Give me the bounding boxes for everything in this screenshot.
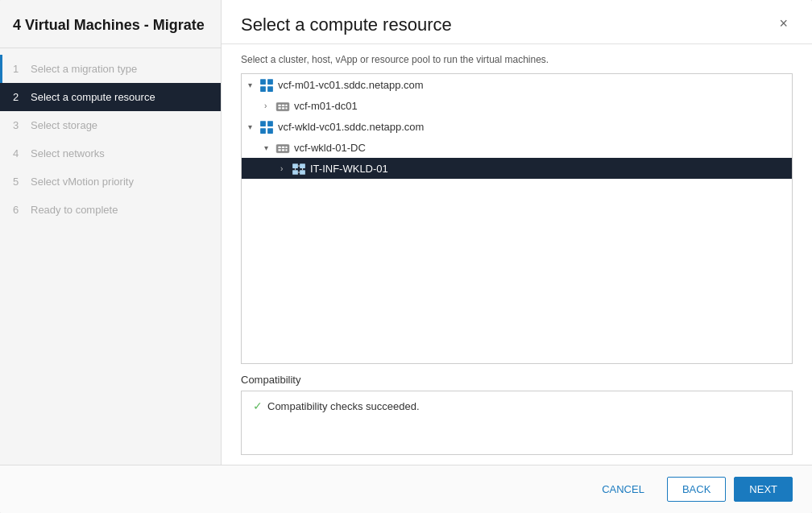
check-icon: ✓: [253, 399, 263, 412]
sidebar-header: 4 Virtual Machines - Migrate: [0, 0, 221, 48]
svg-rect-17: [282, 147, 284, 148]
svg-rect-6: [282, 105, 284, 106]
svg-rect-12: [267, 121, 273, 126]
svg-rect-15: [276, 145, 289, 153]
svg-rect-11: [260, 121, 266, 126]
main-header: Select a compute resource ×: [222, 0, 812, 44]
tree-label-vcenter2: vcf-wkld-vc01.sddc.netapp.com: [278, 121, 424, 133]
step-num-5: 5: [13, 176, 24, 188]
tree-chevron-dc1: ›: [264, 101, 276, 110]
compatibility-status: ✓ Compatibility checks succeeded.: [253, 399, 420, 412]
svg-rect-14: [267, 128, 273, 134]
tree-chevron-dc2: ▾: [264, 143, 276, 152]
tree-node-dc2[interactable]: ▾ vcf-wkld-01-DC: [242, 137, 792, 158]
tree-icon-dc1: [276, 99, 290, 112]
svg-rect-20: [282, 149, 284, 151]
tree-container[interactable]: ▾ vcf-m01-vc01.sddc.netapp.com› vcf-m01-…: [241, 73, 793, 364]
tree-icon-cluster1: [292, 162, 306, 175]
svg-rect-3: [267, 86, 273, 92]
tree-label-dc2: vcf-wkld-01-DC: [294, 142, 366, 154]
svg-rect-4: [276, 103, 289, 111]
sidebar: 4 Virtual Machines - Migrate 1Select a m…: [0, 0, 222, 465]
sidebar-step-1[interactable]: 1Select a migration type: [0, 55, 221, 83]
step-num-2: 2: [13, 91, 24, 103]
svg-rect-1: [267, 79, 273, 85]
dialog-body: 4 Virtual Machines - Migrate 1Select a m…: [0, 0, 812, 465]
svg-rect-7: [285, 105, 287, 106]
svg-rect-19: [278, 149, 280, 151]
svg-rect-25: [300, 170, 305, 175]
svg-rect-8: [278, 107, 280, 109]
step-label-3: Select storage: [31, 119, 97, 131]
compatibility-label: Compatibility: [241, 374, 793, 386]
sidebar-step-4: 4Select networks: [0, 139, 221, 168]
svg-rect-21: [285, 149, 287, 151]
next-button[interactable]: NEXT: [734, 477, 793, 502]
sidebar-title: 4 Virtual Machines - Migrate: [13, 16, 208, 35]
sidebar-step-5: 5Select vMotion priority: [0, 168, 221, 196]
compatibility-message: Compatibility checks succeeded.: [267, 400, 420, 412]
tree-chevron-vcenter1: ▾: [248, 81, 259, 89]
svg-rect-22: [292, 163, 298, 168]
step-label-4: Select networks: [31, 147, 105, 159]
main-content: Select a compute resource × Select a clu…: [222, 0, 812, 465]
svg-rect-9: [282, 107, 284, 109]
main-title: Select a compute resource: [241, 14, 452, 35]
sidebar-step-6: 6Ready to complete: [0, 196, 221, 224]
cancel-button[interactable]: CANCEL: [587, 477, 659, 502]
tree-label-vcenter1: vcf-m01-vc01.sddc.netapp.com: [278, 79, 424, 91]
compatibility-box: ✓ Compatibility checks succeeded.: [241, 391, 793, 455]
svg-rect-2: [260, 86, 266, 92]
subtitle: Select a cluster, host, vApp or resource…: [241, 54, 793, 65]
tree-node-dc1[interactable]: › vcf-m01-dc01: [242, 95, 792, 116]
svg-rect-16: [278, 147, 280, 148]
close-button[interactable]: ×: [774, 14, 793, 32]
svg-rect-24: [292, 170, 298, 175]
dialog-footer: CANCEL BACK NEXT: [0, 465, 812, 513]
sidebar-step-2[interactable]: 2Select a compute resource: [0, 83, 221, 111]
step-num-3: 3: [13, 119, 24, 131]
tree-chevron-cluster1: ›: [280, 164, 292, 173]
main-body: Select a cluster, host, vApp or resource…: [222, 44, 812, 465]
svg-rect-13: [260, 128, 266, 134]
step-num-4: 4: [13, 147, 24, 159]
tree-node-vcenter2[interactable]: ▾ vcf-wkld-vc01.sddc.netapp.com: [242, 116, 792, 137]
step-num-6: 6: [13, 204, 24, 216]
svg-rect-5: [278, 105, 280, 106]
svg-rect-18: [285, 147, 287, 148]
step-label-6: Ready to complete: [31, 204, 118, 216]
svg-rect-23: [300, 163, 305, 168]
sidebar-steps: 1Select a migration type2Select a comput…: [0, 48, 221, 230]
back-button[interactable]: BACK: [667, 477, 726, 502]
migrate-dialog: 4 Virtual Machines - Migrate 1Select a m…: [0, 0, 812, 513]
tree-node-vcenter1[interactable]: ▾ vcf-m01-vc01.sddc.netapp.com: [242, 74, 792, 95]
tree-icon-vcenter2: [259, 120, 274, 133]
tree-icon-vcenter1: [259, 78, 274, 91]
tree-label-dc1: vcf-m01-dc01: [294, 100, 358, 112]
tree-node-cluster1[interactable]: › IT-INF-WKLD-01: [242, 158, 792, 179]
sidebar-step-3: 3Select storage: [0, 111, 221, 139]
tree-icon-dc2: [276, 141, 290, 154]
svg-rect-10: [285, 107, 287, 109]
tree-label-cluster1: IT-INF-WKLD-01: [310, 163, 388, 175]
compatibility-section: Compatibility ✓ Compatibility checks suc…: [241, 374, 793, 455]
step-label-1: Select a migration type: [31, 63, 137, 75]
svg-rect-0: [260, 79, 266, 85]
step-num-1: 1: [13, 63, 24, 75]
tree-chevron-vcenter2: ▾: [248, 122, 259, 131]
step-label-2: Select a compute resource: [31, 91, 155, 103]
step-label-5: Select vMotion priority: [31, 176, 134, 188]
